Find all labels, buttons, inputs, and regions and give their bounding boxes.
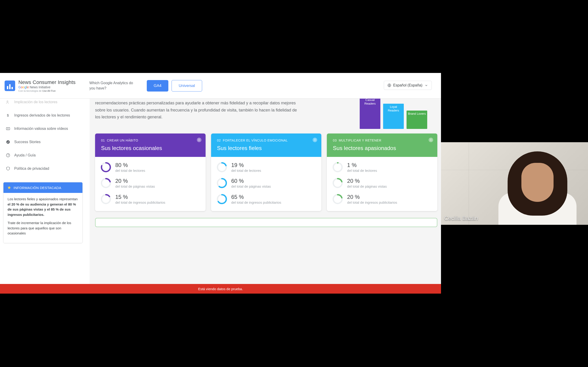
chevron-down-icon [424,83,428,87]
metric-value: 1 % [347,162,377,168]
star-icon [7,186,11,190]
metric-sub: del total de ingresos publicitarios [115,200,165,205]
card-head: 03 MULTIPLICAR Y RETENER Sus lectores ap… [327,133,437,157]
metric-value: 15 % [115,194,165,200]
highlight-p2: Trate de incrementar la implicación de l… [8,220,78,236]
brand-subtitle: Google News Initiative [18,85,76,89]
card-eyebrow: 01 CREAR UN HÁBITO [101,139,199,142]
svg-point-19 [333,163,342,172]
metric: 1 % del total de lectores [332,162,432,173]
highlight-p1b: el 20 % de su audiencia y generan el 80 … [8,202,76,217]
segment-card: 03 MULTIPLICAR Y RETENER Sus lectores ap… [327,133,437,211]
sidebar-label: Información valiosa sobre vídeos [14,127,68,131]
sidebar-label: Política de privacidad [14,167,49,171]
card-title: Sus lectores apasionados [333,145,431,151]
sidebar-label: Ingresos derivados de los lectores [14,113,70,117]
language-label: Español (España) [393,83,422,87]
intro-text: recomendaciones prácticas personalizadas… [95,99,297,121]
dollar-icon: $ [6,113,10,118]
brand-sub-text: News Initiative [30,85,50,89]
segment-card: 01 CREAR UN HÁBITO Sus lectores ocasiona… [95,133,206,211]
svg-text:$: $ [7,113,9,117]
metric: 20 % del total de páginas vistas [101,178,200,189]
sidebar: Implicación de los lectores $ Ingresos d… [0,99,90,294]
metric: 65 % del total de ingresos publicitarios [216,194,316,205]
metric-value: 20 % [347,194,397,200]
highlight-title: INFORMACIÓN DESTACADA [14,186,61,190]
highlight-card: INFORMACIÓN DESTACADA Los lectores fiele… [3,182,83,243]
highlight-p1a: Los lectores fieles y apasionados repres… [8,197,78,201]
metric: 15 % del total de ingresos publicitarios [101,194,200,205]
topbar: News Consumer Insights Google News Initi… [0,73,441,99]
metric-value: 20 % [115,178,155,184]
metric-sub: del total de ingresos publicitarios [347,200,397,205]
info-icon[interactable]: i [313,138,317,142]
card-head: 02 FORTALECER EL VÍNCULO EMOCIONAL Sus l… [211,133,321,157]
metric-sub: del total de páginas vistas [115,184,155,189]
card-eyebrow: 03 MULTIPLICAR Y RETENER [333,139,431,142]
sidebar-label: Implicación de los lectores [14,100,57,104]
bottom-panel [95,218,437,227]
info-icon[interactable]: i [429,138,433,142]
funnel-loyal: Loyal Readers [383,104,404,129]
metric-value: 19 % [231,162,261,168]
body-row: Implicación de los lectores $ Ingresos d… [0,99,441,294]
highlight-body: Los lectores fieles y apasionados repres… [3,193,82,243]
check-circle-icon [6,140,10,144]
ga-buttons: GA4 Universal [147,80,202,92]
sidebar-item-revenue[interactable]: $ Ingresos derivados de los lectores [0,109,86,122]
metric-value: 20 % [347,178,387,184]
presenter-name: Cecilia Bazán [444,215,478,222]
brand-foot-prefix: Con la tecnología de [18,90,42,92]
metric-sub: del total de ingresos publicitarios [231,200,281,205]
svg-text:?: ? [8,154,9,157]
metric-value: 60 % [231,178,271,184]
shield-icon [6,166,10,171]
metric: 80 % del total de lectores [101,162,200,173]
universal-button[interactable]: Universal [172,80,202,92]
globe-icon [387,83,391,87]
brand-footer: Con la tecnología de Use All Five [18,90,76,92]
card-eyebrow: 02 FORTALECER EL VÍNCULO EMOCIONAL [217,139,316,142]
ga-question: Which Google Analytics do you have? [89,81,140,91]
ga4-button[interactable]: GA4 [147,80,168,92]
card-body: 80 % del total de lectores 20 % del tota… [95,157,206,211]
demo-banner: Está viendo datos de prueba. [0,284,441,294]
metric: 19 % del total de lectores [216,162,316,173]
svg-point-4 [6,140,10,144]
brand-title: News Consumer Insights [18,79,76,85]
sidebar-label: Ayuda / Guía [14,153,36,157]
app-window: News Consumer Insights Google News Initi… [0,73,441,294]
metric-sub: del total de páginas vistas [347,184,387,189]
brand-foot-bold: Use All Five [42,90,56,92]
card-head: 01 CREAR UN HÁBITO Sus lectores ocasiona… [95,133,206,157]
funnel-brand: Brand Lovers [406,110,427,129]
metric-sub: del total de lectores [347,168,377,173]
metric-sub: del total de lectores [115,168,145,173]
help-icon: ? [6,153,10,158]
svg-point-1 [7,101,8,102]
card-body: 19 % del total de lectores 60 % del tota… [211,157,321,211]
metric-value: 65 % [231,194,281,200]
funnel-chart: Casual Readers Loyal Readers Brand Lover… [360,99,427,129]
presenter-figure [496,149,579,225]
cards-row: 01 CREAR UN HÁBITO Sus lectores ocasiona… [95,133,437,211]
card-body: 1 % del total de lectores 20 % del total… [327,157,437,211]
sidebar-item-help[interactable]: ? Ayuda / Guía [0,149,86,162]
sidebar-item-video[interactable]: Información valiosa sobre vídeos [0,122,86,135]
card-title: Sus lectores fieles [217,145,316,151]
sidebar-item-privacy[interactable]: Política de privacidad [0,162,86,175]
sidebar-item-partial[interactable]: Implicación de los lectores [0,99,86,109]
video-icon [6,126,10,131]
language-select[interactable]: Español (España) [384,81,432,90]
info-icon[interactable]: i [197,138,201,142]
metric: 20 % del total de ingresos publicitarios [332,194,432,205]
sidebar-label: Success Stories [14,140,41,144]
metric-sub: del total de lectores [231,168,261,173]
metric: 20 % del total de páginas vistas [332,178,432,189]
webcam-overlay: Cecilia Bazán [441,142,588,225]
sidebar-item-success[interactable]: Success Stories [0,135,86,149]
card-title: Sus lectores ocasionales [101,145,199,151]
users-icon [6,100,10,105]
funnel-casual: Casual Readers [360,99,380,129]
